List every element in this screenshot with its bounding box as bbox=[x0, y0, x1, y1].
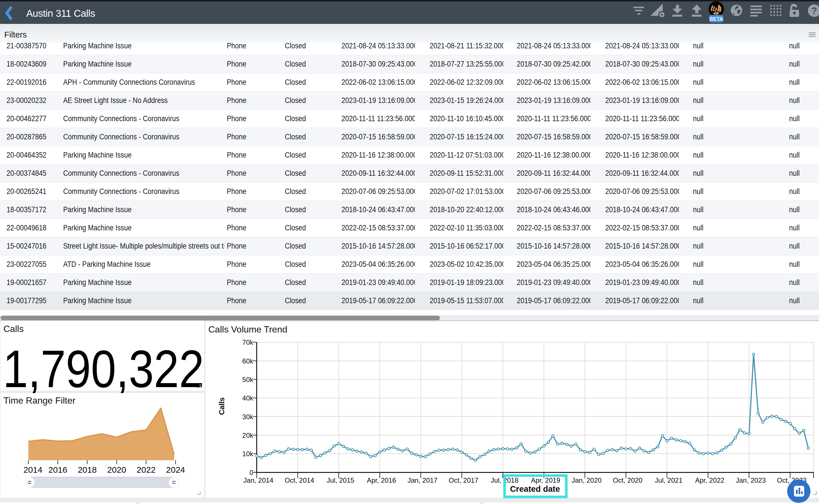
svg-text:BETA: BETA bbox=[709, 16, 723, 22]
svg-text:AI: AI bbox=[715, 7, 719, 12]
svg-text:?: ? bbox=[811, 5, 817, 16]
